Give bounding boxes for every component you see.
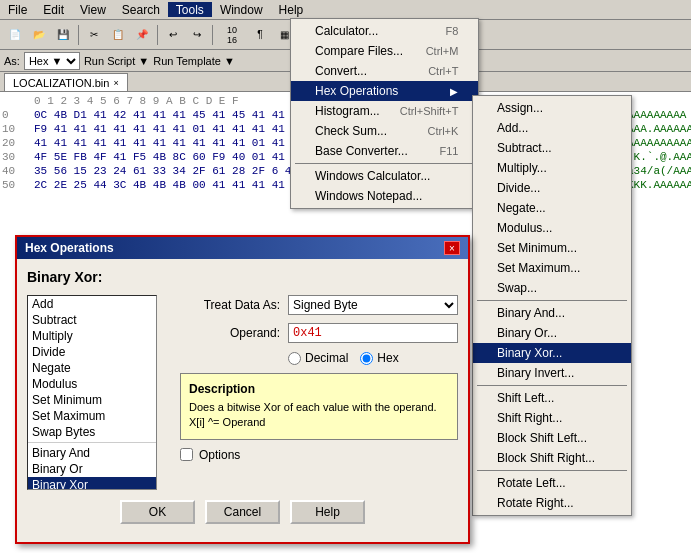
submenu-modulus[interactable]: Modulus... [473,218,631,238]
menu-histogram[interactable]: Histogram... Ctrl+Shift+T [291,101,478,121]
submenu-set-minimum[interactable]: Set Minimum... [473,238,631,258]
submenu-sep1 [477,300,627,301]
menu-tools[interactable]: Tools [168,2,212,17]
sep2 [157,25,158,45]
description-text: Does a bitwise Xor of each value with th… [189,400,449,431]
save-btn[interactable]: 💾 [52,24,74,46]
cut-btn[interactable]: ✂ [83,24,105,46]
listbox-binary-and[interactable]: Binary And [28,445,156,461]
set-maximum-label: Set Maximum... [497,261,580,275]
menu-hex-operations[interactable]: Hex Operations ▶ [291,81,478,101]
block-shift-right-label: Block Shift Right... [497,451,595,465]
submenu-divide[interactable]: Divide... [473,178,631,198]
submenu-multiply[interactable]: Multiply... [473,158,631,178]
menu-edit[interactable]: Edit [35,2,72,17]
negate-label: Negate... [497,201,546,215]
convert-label: Convert... [315,64,367,78]
treat-data-label: Treat Data As: [180,298,280,312]
decimal-radio-label[interactable]: Decimal [288,351,348,365]
paste-btn[interactable]: 📌 [131,24,153,46]
histogram-shortcut: Ctrl+Shift+T [400,105,459,117]
listbox-swap-bytes[interactable]: Swap Bytes [28,424,156,440]
calculator-shortcut: F8 [446,25,459,37]
tab-close-btn[interactable]: × [113,78,118,88]
menu-file[interactable]: File [0,2,35,17]
menu-windows-notepad[interactable]: Windows Notepad... [291,186,478,206]
menu-checksum[interactable]: Check Sum... Ctrl+K [291,121,478,141]
listbox-set-minimum[interactable]: Set Minimum [28,392,156,408]
decimal-radio[interactable] [288,352,301,365]
file-tab[interactable]: LOCALIZATION.bin × [4,73,128,91]
submenu-block-shift-left[interactable]: Block Shift Left... [473,428,631,448]
base-converter-shortcut: F11 [439,145,458,157]
compare-shortcut: Ctrl+M [426,45,459,57]
options-checkbox[interactable] [180,448,193,461]
hex-operations-arrow: ▶ [450,86,458,97]
submenu-subtract[interactable]: Subtract... [473,138,631,158]
hex-radio[interactable] [360,352,373,365]
checksum-label: Check Sum... [315,124,387,138]
convert-shortcut: Ctrl+T [428,65,458,77]
dialog-body: Binary Xor: Add Subtract Multiply Divide… [17,259,468,542]
listbox-divide[interactable]: Divide [28,344,156,360]
listbox-multiply[interactable]: Multiply [28,328,156,344]
hex-radio-label[interactable]: Hex [360,351,398,365]
format-radio-group: Decimal Hex [288,351,399,365]
submenu-shift-left[interactable]: Shift Left... [473,388,631,408]
menu-calculator[interactable]: Calculator... F8 [291,21,478,41]
listbox-add[interactable]: Add [28,296,156,312]
submenu-rotate-left[interactable]: Rotate Left... [473,473,631,493]
rotate-left-label: Rotate Left... [497,476,566,490]
menu-convert[interactable]: Convert... Ctrl+T [291,61,478,81]
copy-btn[interactable]: 📋 [107,24,129,46]
redo-btn[interactable]: ↪ [186,24,208,46]
ok-button[interactable]: OK [120,500,195,524]
menu-base-converter[interactable]: Base Converter... F11 [291,141,478,161]
submenu-binary-or[interactable]: Binary Or... [473,323,631,343]
menu-search[interactable]: Search [114,2,168,17]
listbox-binary-xor[interactable]: Binary Xor [28,477,156,490]
submenu-assign[interactable]: Assign... [473,98,631,118]
hex-mode-btn[interactable]: 1016 [217,24,247,46]
listbox-negate[interactable]: Negate [28,360,156,376]
menu-window[interactable]: Window [212,2,271,17]
open-btn[interactable]: 📂 [28,24,50,46]
operand-input[interactable] [288,323,458,343]
listbox-modulus[interactable]: Modulus [28,376,156,392]
submenu-sep2 [477,385,627,386]
submenu-set-maximum[interactable]: Set Maximum... [473,258,631,278]
format-select[interactable]: Hex ▼ [24,52,80,70]
compare-files-label: Compare Files... [315,44,403,58]
menu-windows-calculator[interactable]: Windows Calculator... [291,166,478,186]
insert-btn[interactable]: ¶ [249,24,271,46]
menubar: File Edit View Search Tools Window Help [0,0,691,20]
menu-help[interactable]: Help [271,2,312,17]
hex-label: Hex [377,351,398,365]
submenu-binary-xor[interactable]: Binary Xor... [473,343,631,363]
cancel-button[interactable]: Cancel [205,500,280,524]
set-minimum-label: Set Minimum... [497,241,577,255]
menu-view[interactable]: View [72,2,114,17]
new-btn[interactable]: 📄 [4,24,26,46]
submenu-negate[interactable]: Negate... [473,198,631,218]
listbox-set-maximum[interactable]: Set Maximum [28,408,156,424]
submenu-block-shift-right[interactable]: Block Shift Right... [473,448,631,468]
help-button[interactable]: Help [290,500,365,524]
listbox-subtract[interactable]: Subtract [28,312,156,328]
dialog-titlebar: Hex Operations × [17,237,468,259]
undo-btn[interactable]: ↩ [162,24,184,46]
submenu-shift-right[interactable]: Shift Right... [473,408,631,428]
submenu-binary-invert[interactable]: Binary Invert... [473,363,631,383]
submenu-binary-and[interactable]: Binary And... [473,303,631,323]
listbox-binary-or[interactable]: Binary Or [28,461,156,477]
dialog-inner-layout: Add Subtract Multiply Divide Negate Modu… [27,295,458,490]
treat-data-select[interactable]: Signed Byte Unsigned Byte 16-bit Signed … [288,295,458,315]
submenu-add[interactable]: Add... [473,118,631,138]
dialog-close-button[interactable]: × [444,241,460,255]
hex-ops-dialog: Hex Operations × Binary Xor: Add Subtrac… [15,235,470,544]
operation-listbox[interactable]: Add Subtract Multiply Divide Negate Modu… [27,295,157,490]
submenu-rotate-right[interactable]: Rotate Right... [473,493,631,513]
operand-label: Operand: [180,326,280,340]
submenu-swap[interactable]: Swap... [473,278,631,298]
menu-compare-files[interactable]: Compare Files... Ctrl+M [291,41,478,61]
